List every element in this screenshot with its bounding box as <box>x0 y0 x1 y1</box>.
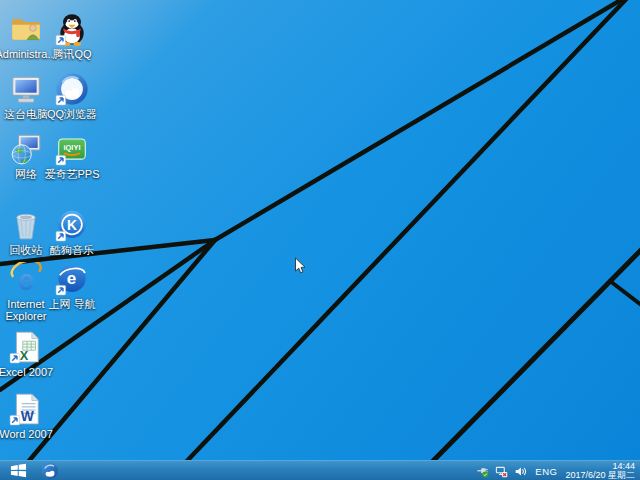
desktop-icon-word-2007[interactable]: W Word 2007 <box>0 392 52 440</box>
desktop-icon-qq-browser[interactable]: QQ浏览器 <box>46 72 98 120</box>
taskbar-qq-browser-button[interactable] <box>36 461 64 480</box>
icon-label: Excel 2007 <box>0 366 53 378</box>
safely-remove-hardware-icon[interactable] <box>476 465 489 478</box>
network-globe-icon <box>9 132 43 166</box>
start-button[interactable] <box>0 461 36 480</box>
desktop-icon-this-pc[interactable]: 这台电脑 <box>0 72 52 120</box>
windows-desktop: Administra... 这台电脑 <box>0 0 640 480</box>
svg-text:X: X <box>20 348 29 363</box>
icon-label: 腾讯QQ <box>52 48 91 60</box>
desktop-icon-web-navigation[interactable]: e 上网 导航 <box>46 262 98 310</box>
desktop-icon-excel-2007[interactable]: X Excel 2007 <box>0 330 52 378</box>
svg-text:K: K <box>67 217 77 233</box>
iqiyi-icon: iQIYI <box>55 132 89 166</box>
icon-label: 这台电脑 <box>4 108 48 120</box>
computer-icon <box>9 72 43 106</box>
svg-text:e: e <box>67 269 76 288</box>
navigator-e-icon: e <box>55 262 89 296</box>
qq-penguin-icon <box>55 12 89 46</box>
kugou-icon: K <box>55 208 89 242</box>
svg-text:W: W <box>21 408 35 424</box>
svg-text:iQIYI: iQIYI <box>64 143 81 152</box>
word-icon: W <box>9 392 43 426</box>
recycle-bin-icon <box>9 208 43 242</box>
excel-icon: X <box>9 330 43 364</box>
ie-icon: e <box>9 262 43 296</box>
network-disconnected-icon[interactable] <box>495 465 508 478</box>
desktop-icon-recycle-bin[interactable]: 回收站 <box>0 208 52 256</box>
desktop-icon-administrator[interactable]: Administra... <box>0 12 52 60</box>
icon-label: QQ浏览器 <box>47 108 97 120</box>
desktop-icon-iqiyi-pps[interactable]: iQIYI 爱奇艺PPS <box>46 132 98 180</box>
clock-date: 2017/6/20 星期二 <box>565 471 635 480</box>
icon-label: 上网 导航 <box>48 298 95 310</box>
icon-label: 酷狗音乐 <box>50 244 94 256</box>
svg-text:e: e <box>18 264 34 296</box>
desktop-icon-internet-explorer[interactable]: e Internet Explorer <box>0 262 52 322</box>
system-tray: ENG 14:44 2017/6/20 星期二 <box>476 461 637 480</box>
icon-label: 爱奇艺PPS <box>45 168 100 180</box>
icon-label: 回收站 <box>10 244 43 256</box>
desktop-icon-kugou-music[interactable]: K 酷狗音乐 <box>46 208 98 256</box>
icon-label: 网络 <box>15 168 37 180</box>
volume-icon[interactable] <box>514 465 527 478</box>
icon-label: Internet Explorer <box>6 298 47 322</box>
icon-label: Word 2007 <box>0 428 53 440</box>
qq-browser-icon <box>41 462 59 480</box>
language-indicator[interactable]: ENG <box>533 466 559 477</box>
qq-browser-icon <box>55 72 89 106</box>
taskbar: ENG 14:44 2017/6/20 星期二 <box>0 460 640 480</box>
windows-logo-icon <box>10 463 27 478</box>
taskbar-clock[interactable]: 14:44 2017/6/20 星期二 <box>565 462 637 480</box>
mouse-cursor <box>294 257 306 275</box>
user-folder-icon <box>9 12 43 46</box>
desktop-icon-tencent-qq[interactable]: 腾讯QQ <box>46 12 98 60</box>
